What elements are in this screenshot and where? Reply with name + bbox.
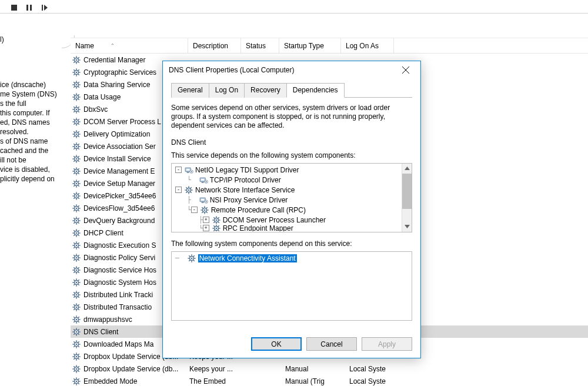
svg-point-37 bbox=[76, 84, 78, 85]
pause-button[interactable] bbox=[26, 4, 33, 11]
tree-expander[interactable]: - bbox=[191, 207, 198, 213]
svg-rect-310 bbox=[201, 179, 204, 181]
svg-point-136 bbox=[76, 195, 78, 197]
svg-point-147 bbox=[76, 207, 78, 209]
tree-expander[interactable]: + bbox=[203, 225, 209, 231]
scroll-up-icon[interactable] bbox=[402, 164, 412, 174]
description-line: me System (DNS) bbox=[0, 89, 78, 99]
service-row[interactable]: Embedded Mode The Embed Manual (Trig Loc… bbox=[71, 375, 588, 387]
tab-general[interactable]: General bbox=[171, 83, 209, 98]
service-startup: Manual bbox=[285, 365, 347, 373]
tree-item[interactable]: ─Network Connectivity Assistant bbox=[172, 253, 412, 263]
scrollbar-thumb[interactable] bbox=[402, 174, 412, 209]
svg-point-158 bbox=[76, 220, 78, 221]
service-name: Dropbox Update Service (db... bbox=[83, 365, 178, 373]
tree-item[interactable]: ├+DCOM Server Process Launcher bbox=[172, 215, 412, 225]
service-name: Data Sharing Service bbox=[83, 81, 150, 89]
description-line: resolved. bbox=[0, 127, 78, 137]
service-name-label: DNS Client bbox=[171, 138, 412, 147]
toolbar bbox=[0, 2, 588, 14]
service-name: Diagnostic Policy Servi bbox=[83, 254, 155, 262]
svg-point-362 bbox=[215, 227, 217, 229]
service-startup: Manual (Trig bbox=[285, 377, 347, 385]
tree-expander[interactable]: - bbox=[175, 187, 182, 193]
service-logon: Local Syste bbox=[349, 377, 402, 385]
svg-point-268 bbox=[76, 343, 78, 345]
svg-rect-2 bbox=[30, 5, 32, 11]
service-name: DevQuery Background bbox=[83, 217, 155, 225]
dependencies-note: Some services depend on other services, … bbox=[171, 104, 412, 130]
gear-icon bbox=[72, 377, 81, 386]
tree-item[interactable]: └-Remote Procedure Call (RPC) bbox=[172, 205, 412, 215]
service-description: Keeps your ... bbox=[189, 365, 242, 373]
cancel-button[interactable]: Cancel bbox=[306, 337, 357, 351]
stop-button[interactable] bbox=[11, 4, 18, 11]
scrollbar[interactable] bbox=[402, 164, 412, 232]
tree-expander[interactable]: - bbox=[175, 167, 182, 173]
dependents-label: The following system components depend o… bbox=[171, 240, 412, 248]
svg-marker-363 bbox=[405, 167, 410, 170]
col-header-description[interactable]: Description bbox=[188, 38, 241, 53]
description-line: this computer. If bbox=[0, 108, 78, 118]
tab-dependencies[interactable]: Dependencies bbox=[286, 83, 345, 98]
gear-icon bbox=[72, 315, 81, 324]
tree-item-label: NSI Proxy Service Driver bbox=[210, 196, 288, 204]
tab-recovery[interactable]: Recovery bbox=[244, 83, 287, 98]
service-name: DCOM Server Process L bbox=[83, 118, 161, 126]
close-button[interactable] bbox=[395, 62, 417, 78]
tree-item-label: Network Connectivity Assistant bbox=[198, 254, 297, 262]
gear-icon bbox=[72, 154, 81, 164]
gear-icon bbox=[72, 204, 81, 213]
svg-rect-3 bbox=[42, 5, 43, 11]
svg-rect-305 bbox=[186, 169, 189, 171]
svg-point-324 bbox=[188, 189, 190, 191]
col-header-logon[interactable]: Log On As bbox=[341, 38, 394, 53]
gear-icon bbox=[72, 340, 81, 349]
svg-marker-364 bbox=[405, 225, 410, 228]
svg-point-59 bbox=[76, 108, 78, 110]
service-name: Distributed Transactio bbox=[83, 303, 152, 311]
service-name: Embedded Mode bbox=[83, 377, 137, 385]
dependents-tree[interactable]: ─Network Connectivity Assistant bbox=[171, 251, 412, 321]
dialog-buttons: OK Cancel Apply bbox=[251, 337, 412, 351]
svg-point-246 bbox=[76, 318, 78, 320]
tree-expander[interactable]: + bbox=[203, 217, 209, 223]
tree-item[interactable]: └+RPC Endpoint Mapper bbox=[172, 225, 412, 231]
svg-point-308 bbox=[191, 171, 192, 172]
service-name: DHCP Client bbox=[83, 229, 123, 237]
tab-logon[interactable]: Log On bbox=[209, 83, 245, 98]
tree-item[interactable]: └TCP/IP Protocol Driver bbox=[172, 175, 412, 185]
svg-point-70 bbox=[76, 121, 78, 122]
service-name: dmwappushsvc bbox=[83, 315, 132, 324]
svg-rect-311 bbox=[201, 182, 203, 182]
gear-icon bbox=[72, 290, 81, 300]
svg-point-213 bbox=[76, 281, 78, 283]
tree-item-label: NetIO Legacy TDI Support Driver bbox=[195, 166, 299, 174]
scroll-down-icon[interactable] bbox=[402, 222, 412, 232]
dialog-titlebar[interactable]: DNS Client Properties (Local Computer) bbox=[163, 61, 420, 79]
col-header-status[interactable]: Status bbox=[241, 38, 279, 53]
service-name: Diagnostic Execution S bbox=[83, 241, 156, 250]
svg-point-191 bbox=[76, 257, 78, 258]
service-name: DevicesFlow_3d54ee6 bbox=[83, 204, 155, 212]
tree-item[interactable]: -NetIO Legacy TDI Support Driver bbox=[172, 165, 412, 175]
gear-icon bbox=[212, 215, 221, 225]
driver-icon bbox=[199, 175, 208, 185]
gear-icon bbox=[72, 216, 81, 225]
service-name: Device Management E bbox=[83, 167, 155, 175]
col-header-name[interactable]: Name⌃ bbox=[71, 38, 188, 53]
start-button[interactable] bbox=[41, 4, 48, 11]
ok-button[interactable]: OK bbox=[251, 337, 302, 351]
col-header-startup[interactable]: Startup Type bbox=[279, 38, 341, 53]
tree-item[interactable]: ├NSI Proxy Service Driver bbox=[172, 195, 412, 205]
depends-tree[interactable]: -NetIO Legacy TDI Support Driver└TCP/IP … bbox=[171, 163, 412, 232]
description-line: ice (dnscache) bbox=[0, 80, 78, 89]
gear-icon bbox=[72, 55, 81, 65]
gear-icon bbox=[200, 205, 209, 215]
svg-point-81 bbox=[76, 133, 78, 135]
gear-icon bbox=[187, 254, 196, 263]
close-icon bbox=[402, 67, 409, 74]
tree-item[interactable]: -Network Store Interface Service bbox=[172, 185, 412, 195]
service-row[interactable]: Dropbox Update Service (db... Keeps your… bbox=[71, 363, 588, 375]
tree-item-label: Remote Procedure Call (RPC) bbox=[211, 206, 306, 214]
